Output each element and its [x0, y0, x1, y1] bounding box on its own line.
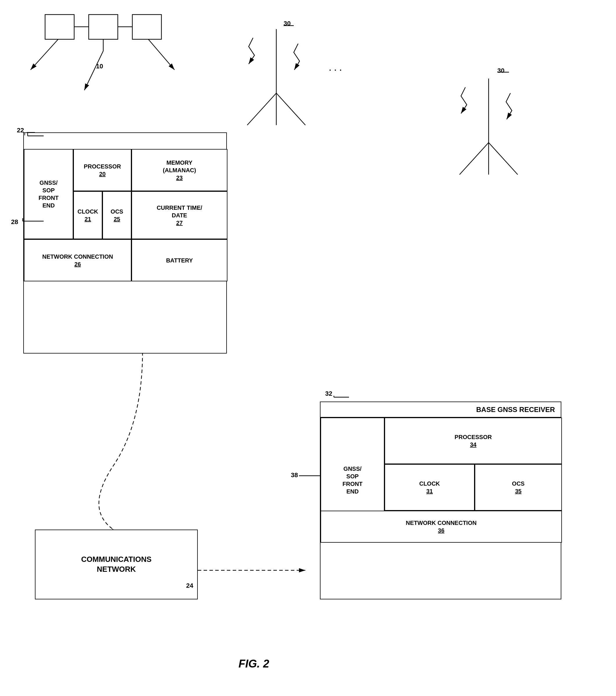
svg-line-15 — [489, 143, 518, 175]
base-ocs-label: OCS — [512, 480, 524, 487]
comms-label: COMMUNICATIONSNETWORK — [81, 555, 151, 573]
clock-ref: 21 — [77, 215, 98, 223]
label-22: 22 — [17, 127, 24, 134]
base-network-label: NETWORK CONNECTION — [406, 520, 476, 526]
processor-ref: 20 — [84, 170, 121, 178]
gnss-sop-box: GNSS/SOPFRONTEND — [24, 149, 73, 239]
dots: ... — [329, 61, 344, 73]
svg-line-8 — [148, 39, 175, 70]
battery-box: BATTERY — [131, 239, 227, 281]
current-time-ref: 27 — [157, 219, 202, 227]
base-network-ref: 36 — [406, 527, 476, 534]
memory-label: MEMORY(ALMANAC) — [163, 159, 196, 173]
label-30a: 30 — [283, 20, 291, 27]
svg-rect-1 — [89, 15, 118, 39]
clock-label: CLOCK — [77, 208, 98, 215]
base-processor-box: PROCESSOR 34 — [385, 417, 562, 464]
processor-label: PROCESSOR — [84, 163, 121, 170]
base-gnss-title: BASE GNSS RECEIVER — [321, 402, 561, 417]
clock-box: CLOCK 21 — [73, 191, 102, 239]
svg-line-10 — [247, 93, 276, 125]
label-32: 32 — [325, 390, 332, 397]
network-ref: 26 — [42, 260, 113, 268]
current-time-label: CURRENT TIME/DATE — [157, 205, 202, 219]
label-28: 28 — [11, 218, 18, 226]
label-10: 10 — [96, 63, 103, 70]
svg-line-14 — [459, 143, 489, 175]
comms-network-box: COMMUNICATIONSNETWORK — [35, 529, 198, 599]
base-processor-label: PROCESSOR — [455, 434, 492, 440]
svg-line-7 — [84, 51, 103, 90]
base-clock-label: CLOCK — [419, 480, 440, 487]
fig-caption: FIG. 2 — [239, 658, 269, 670]
svg-rect-0 — [45, 15, 74, 39]
ocs-ref: 25 — [111, 215, 123, 223]
memory-box: MEMORY(ALMANAC) 23 — [131, 149, 227, 191]
base-clock-ref: 31 — [419, 487, 440, 495]
base-ocs-box: OCS 35 — [475, 464, 562, 511]
ocs-label: OCS — [111, 208, 123, 215]
current-time-box: CURRENT TIME/DATE 27 — [131, 191, 227, 239]
label-30b: 30 — [497, 67, 504, 75]
base-clock-box: CLOCK 31 — [385, 464, 475, 511]
gnss-receiver-box: GNSS RECEIVER GNSS/SOPFRONTEND PROCESSOR… — [23, 132, 227, 353]
network-connection-box: NETWORK CONNECTION 26 — [24, 239, 131, 281]
gnss-sop-label: GNSS/SOPFRONTEND — [39, 179, 59, 209]
base-gnss-sop-label: GNSS/SOPFRONTEND — [343, 465, 363, 495]
network-label: NETWORK CONNECTION — [42, 253, 113, 260]
battery-label: BATTERY — [166, 257, 193, 264]
base-processor-ref: 34 — [455, 441, 492, 448]
base-network-box: NETWORK CONNECTION 36 — [321, 511, 562, 543]
memory-ref: 23 — [163, 174, 196, 181]
diagram: 10 22 28 30 30 ... 32 38 GNSS RECEIVER G… — [0, 0, 616, 696]
svg-line-6 — [31, 39, 58, 70]
ocs-box: OCS 25 — [102, 191, 131, 239]
svg-rect-2 — [132, 15, 161, 39]
label-38: 38 — [291, 471, 298, 479]
svg-line-11 — [276, 93, 305, 125]
processor-box: PROCESSOR 20 — [73, 149, 131, 191]
label-24: 24 — [186, 582, 193, 589]
base-ocs-ref: 35 — [512, 487, 524, 495]
base-gnss-box: BASE GNSS RECEIVER GNSS/SOPFRONTEND PROC… — [320, 401, 561, 599]
